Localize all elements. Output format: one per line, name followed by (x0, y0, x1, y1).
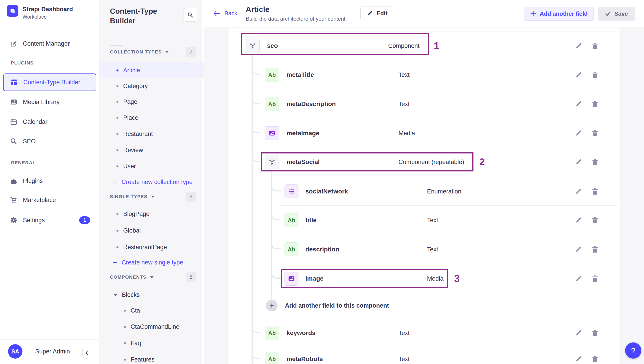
subnav-item-user[interactable]: User (100, 158, 204, 174)
trash-icon (592, 71, 599, 79)
edit-field-button[interactable] (574, 70, 583, 79)
back-label: Back (224, 10, 238, 17)
field-type: Component (repeatable) (398, 159, 464, 165)
back-link[interactable]: Back (213, 10, 238, 17)
subnav-item-review[interactable]: Review (100, 142, 204, 158)
create-collection-type-link[interactable]: + Create new collection type (100, 175, 204, 189)
single-types-section[interactable]: SINGLE TYPES (110, 194, 154, 199)
divider (259, 348, 617, 348)
tree-elbow (271, 209, 281, 220)
add-field-to-component-label[interactable]: Add another field to this component (285, 302, 389, 309)
bullet-icon (124, 326, 126, 328)
edit-button[interactable]: Edit (360, 7, 394, 20)
delete-field-button[interactable] (590, 216, 600, 225)
create-single-type-link[interactable]: + Create new single type (100, 255, 204, 270)
subnav-item-label: Article (123, 67, 140, 74)
edit-field-button[interactable] (574, 274, 583, 283)
delete-field-button[interactable] (590, 157, 600, 166)
fields-list-card: 1 2 3 seo Component Ab metaTitle Text Ab… (228, 28, 620, 364)
divider (259, 148, 617, 148)
edit-field-button[interactable] (574, 328, 583, 337)
chevron-down-icon (151, 196, 154, 198)
edit-field-button[interactable] (574, 129, 583, 138)
trash-icon (592, 216, 599, 224)
field-name: metaTitle (286, 71, 314, 78)
delete-field-button[interactable] (590, 129, 600, 138)
sidebar-item-calendar[interactable]: Calendar (0, 115, 100, 128)
sidebar-item-seo[interactable]: SEO (0, 135, 100, 148)
field-name: metaRobots (286, 355, 323, 363)
edit-field-button[interactable] (574, 187, 583, 196)
bullet-icon (116, 149, 118, 151)
sidebar-item-content-manager[interactable]: Content Manager (0, 37, 100, 50)
bullet-icon (116, 85, 118, 87)
sidebar-item-plugins[interactable]: Plugins (0, 174, 100, 187)
bullet-icon (116, 133, 118, 135)
page-header: Back Article Build the data architecture… (204, 0, 644, 27)
components-section[interactable]: COMPONENTS (110, 274, 154, 280)
bullet-icon (116, 230, 118, 232)
text-field-icon: Ab (284, 213, 298, 227)
plus-icon (530, 11, 536, 17)
subnav-group-blocks[interactable]: Blocks (100, 287, 204, 303)
save-button[interactable]: Save (598, 7, 635, 21)
sidebar-item-content-type-builder[interactable]: Content-Type Builder (3, 73, 96, 91)
subnav-item-restaurantpage[interactable]: RestaurantPage (100, 239, 204, 255)
section-label: COMPONENTS (110, 274, 146, 280)
edit-field-button[interactable] (574, 100, 583, 109)
subnav-item-ctacommandline[interactable]: CtaCommandLine (100, 319, 204, 334)
sidebar-item-media-library[interactable]: Media Library (0, 96, 100, 108)
chevron-down-icon (165, 51, 169, 53)
delete-field-button[interactable] (590, 41, 600, 50)
collection-types-section[interactable]: COLLECTION TYPES (110, 49, 169, 55)
sidebar-item-marketplace[interactable]: Marketplace (0, 194, 100, 206)
subnav-item-features[interactable]: Features (100, 352, 204, 364)
text-field-icon: Ab (265, 68, 279, 82)
edit-field-button[interactable] (574, 216, 583, 225)
subnav-item-label: CtaCommandLine (130, 323, 180, 330)
search-button[interactable] (184, 8, 197, 22)
section-label: COLLECTION TYPES (110, 49, 162, 55)
annotation-number-2: 2 (479, 156, 485, 168)
field-type: Enumeration (427, 188, 461, 195)
user-avatar[interactable]: SA (8, 344, 22, 358)
delete-field-button[interactable] (590, 274, 600, 283)
text-field-icon: Ab (265, 326, 279, 340)
edit-field-button[interactable] (574, 245, 583, 254)
subnav-item-article[interactable]: Article (100, 63, 204, 78)
delete-field-button[interactable] (590, 245, 600, 254)
subnav-item-global[interactable]: Global (100, 223, 204, 238)
help-button[interactable]: ? (625, 342, 641, 358)
edit-field-button[interactable] (574, 354, 583, 363)
check-icon (605, 11, 611, 16)
subnav-item-label: Category (123, 83, 148, 90)
delete-field-button[interactable] (590, 354, 600, 363)
field-name: metaSocial (286, 158, 320, 165)
delete-field-button[interactable] (590, 328, 600, 337)
subnav-item-category[interactable]: Category (100, 78, 204, 94)
subnav-item-label: RestaurantPage (123, 244, 167, 251)
strapi-logo-icon (7, 5, 18, 17)
add-another-field-button[interactable]: Add another field (524, 7, 594, 21)
subnav-item-place[interactable]: Place (100, 110, 204, 126)
subnav-item-faq[interactable]: Faq (100, 335, 204, 351)
sidebar-item-label: SEO (23, 138, 36, 145)
delete-field-button[interactable] (590, 100, 600, 109)
field-type: Text (398, 71, 410, 78)
subnav-item-cta[interactable]: Cta (100, 303, 204, 318)
delete-field-button[interactable] (590, 70, 600, 79)
subnav-item-restaurant[interactable]: Restaurant (100, 126, 204, 142)
delete-field-button[interactable] (590, 187, 600, 196)
sidebar-collapse-button[interactable] (82, 347, 91, 358)
pencil-icon (575, 216, 582, 224)
subnav-group-label: Blocks (122, 291, 140, 298)
subnav-item-page[interactable]: Page (100, 94, 204, 110)
edit-field-button[interactable] (574, 41, 583, 50)
tree-elbow (271, 181, 281, 192)
subnav-item-blogpage[interactable]: BlogPage (100, 206, 204, 222)
bullet-icon (124, 342, 126, 344)
divider (0, 30, 100, 30)
save-label: Save (614, 10, 628, 17)
add-field-to-component-button[interactable]: + (266, 300, 278, 311)
edit-field-button[interactable] (574, 157, 583, 166)
